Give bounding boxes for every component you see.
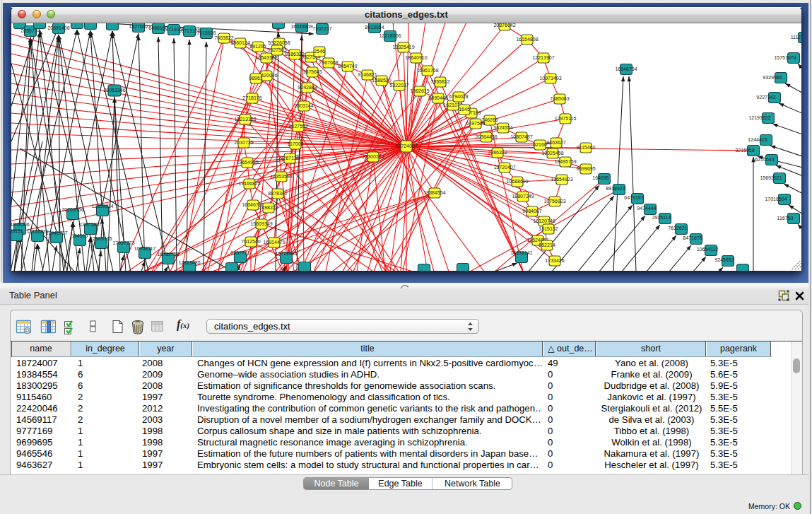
- svg-text:9146821: 9146821: [358, 72, 377, 77]
- svg-text:2803144: 2803144: [294, 103, 313, 108]
- svg-text:2546: 2546: [314, 49, 325, 54]
- svg-text:1645: 1645: [459, 107, 470, 112]
- svg-text:10688609: 10688609: [506, 179, 528, 184]
- svg-text:98961: 98961: [249, 76, 263, 81]
- svg-text:1244415: 1244415: [748, 137, 767, 142]
- svg-text:10807487: 10807487: [510, 134, 532, 139]
- svg-text:1498222: 1498222: [259, 205, 278, 210]
- svg-text:164095: 164095: [592, 175, 608, 180]
- svg-text:8938923: 8938923: [606, 186, 625, 191]
- svg-text:7515526: 7515526: [196, 30, 216, 35]
- svg-text:2718176: 2718176: [242, 95, 261, 100]
- svg-text:13975887: 13975887: [79, 222, 101, 227]
- svg-text:53226058: 53226058: [268, 40, 290, 45]
- svg-text:10958117: 10958117: [134, 246, 156, 251]
- svg-text:15718485: 15718485: [275, 251, 297, 256]
- svg-text:16120746: 16120746: [533, 218, 555, 223]
- svg-text:2010735: 2010735: [234, 140, 253, 145]
- svg-text:9457771: 9457771: [230, 250, 249, 255]
- svg-text:20364436: 20364436: [475, 134, 497, 139]
- svg-text:9115460: 9115460: [577, 145, 596, 150]
- svg-text:18724007: 18724007: [395, 144, 417, 148]
- svg-text:16782759: 16782759: [157, 252, 179, 257]
- svg-text:15609349: 15609349: [250, 221, 272, 226]
- svg-text:8471676: 8471676: [683, 235, 702, 240]
- svg-text:9327503: 9327503: [267, 47, 286, 52]
- svg-text:8990448: 8990448: [428, 95, 447, 100]
- svg-text:6794028: 6794028: [449, 94, 468, 99]
- svg-text:20691406: 20691406: [47, 25, 69, 30]
- svg-text:7663822: 7663822: [214, 35, 233, 40]
- svg-text:1112: 1112: [791, 35, 801, 40]
- svg-text:16961758: 16961758: [416, 68, 438, 73]
- svg-text:5322037: 5322037: [389, 83, 408, 88]
- svg-text:7386322: 7386322: [488, 150, 507, 155]
- svg-text:16543362: 16543362: [255, 55, 277, 60]
- svg-text:25300203: 25300203: [362, 154, 384, 159]
- svg-text:9227342: 9227342: [756, 95, 775, 100]
- svg-text:116753: 116753: [777, 216, 794, 221]
- svg-text:9699695: 9699695: [576, 166, 595, 171]
- svg-text:14353594: 14353594: [270, 174, 292, 179]
- svg-text:15751074: 15751074: [774, 55, 796, 60]
- svg-text:9329966: 9329966: [763, 75, 782, 80]
- svg-text:15720407: 15720407: [493, 165, 515, 170]
- svg-text:8813054: 8813054: [365, 25, 384, 30]
- svg-text:20053346: 20053346: [103, 88, 125, 93]
- svg-text:6479197: 6479197: [624, 195, 643, 200]
- svg-text:17942737: 17942737: [45, 230, 67, 235]
- svg-text:9427552: 9427552: [288, 124, 307, 129]
- svg-text:2935114: 2935114: [652, 215, 671, 220]
- svg-text:891295: 891295: [249, 44, 266, 49]
- svg-text:17957273: 17957273: [112, 240, 134, 245]
- svg-text:8454749: 8454749: [338, 64, 357, 69]
- svg-text:1848506: 1848506: [11, 222, 30, 227]
- svg-text:12975115: 12975115: [555, 116, 577, 121]
- svg-text:13495759: 13495759: [554, 159, 576, 164]
- svg-text:14138141: 14138141: [510, 250, 532, 255]
- svg-text:17016504: 17016504: [765, 197, 787, 201]
- svg-text:12359914: 12359914: [91, 204, 113, 209]
- svg-text:16033809: 16033809: [290, 24, 312, 29]
- svg-text:7357237: 7357237: [312, 26, 331, 31]
- svg-text:13654923: 13654923: [551, 177, 572, 182]
- svg-text:12218506: 12218506: [379, 33, 401, 38]
- svg-text:3875645: 3875645: [302, 69, 322, 74]
- svg-text:7955812: 7955812: [430, 79, 449, 84]
- svg-text:12213363: 12213363: [234, 117, 256, 122]
- svg-text:13325419: 13325419: [392, 45, 414, 49]
- svg-text:9463627: 9463627: [546, 140, 565, 145]
- svg-text:18807249: 18807249: [512, 194, 534, 199]
- svg-text:1362615: 1362615: [410, 88, 429, 93]
- svg-text:10756923: 10756923: [543, 199, 565, 204]
- svg-text:16914479: 16914479: [263, 240, 285, 245]
- svg-text:12505135: 12505135: [90, 236, 112, 241]
- svg-text:852214: 852214: [539, 243, 555, 247]
- svg-text:10025458: 10025458: [541, 151, 563, 156]
- svg-text:10973493: 10973493: [539, 76, 561, 81]
- svg-text:9242848: 9242848: [298, 85, 317, 90]
- svg-text:15692921: 15692921: [760, 175, 782, 180]
- svg-text:7632621: 7632621: [668, 226, 687, 230]
- svg-text:62160: 62160: [533, 142, 547, 147]
- svg-text:20206556: 20206556: [61, 207, 83, 212]
- svg-text:39151: 39151: [11, 228, 23, 233]
- svg-text:16648764: 16648764: [615, 66, 637, 71]
- svg-text:2967608: 2967608: [319, 60, 338, 65]
- svg-text:16154808: 16154808: [516, 37, 538, 42]
- svg-text:7612540: 7612540: [241, 239, 260, 244]
- svg-text:3267130: 3267130: [280, 156, 299, 160]
- svg-text:6497568: 6497568: [466, 121, 485, 126]
- svg-text:12213967: 12213967: [532, 55, 554, 60]
- svg-text:1588520: 1588520: [372, 78, 391, 83]
- svg-text:19654935: 19654935: [236, 160, 258, 165]
- svg-text:8960124: 8960124: [230, 40, 249, 45]
- svg-text:9245652: 9245652: [714, 257, 734, 262]
- svg-text:1733426: 1733426: [545, 258, 564, 263]
- svg-text:9474444: 9474444: [637, 206, 656, 211]
- svg-text:9084067: 9084067: [522, 209, 541, 214]
- svg-text:3624554: 3624554: [493, 125, 512, 130]
- svg-text:12193822: 12193822: [748, 115, 770, 120]
- svg-text:114519: 114519: [72, 233, 88, 238]
- svg-text:12823485: 12823485: [178, 260, 200, 265]
